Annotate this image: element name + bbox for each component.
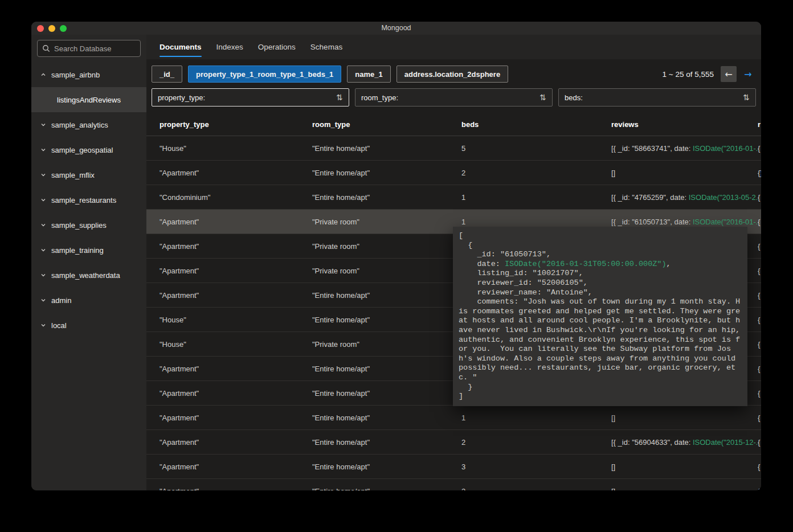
cell-clipped: {} bbox=[758, 169, 761, 177]
table-row[interactable]: "Apartment""Entire home/apt"2[]{} bbox=[146, 161, 761, 185]
cell-room-type: "Entire home/apt" bbox=[312, 463, 461, 471]
table-row[interactable]: "Apartment""Entire home/apt"2[]{ bbox=[146, 479, 761, 490]
cell-clipped: { bbox=[758, 267, 761, 275]
sidebar-item-sample_supplies[interactable]: sample_supplies bbox=[31, 212, 146, 238]
cell-property-type: "Apartment" bbox=[146, 438, 312, 447]
table-header: property_type room_type beds reviews r bbox=[146, 113, 761, 136]
cell-beds: 1 bbox=[461, 193, 611, 202]
sidebar-item-label: sample_geospatial bbox=[51, 146, 113, 154]
sidebar-item-sample_mflix[interactable]: sample_mflix bbox=[31, 162, 146, 187]
cell-property-type: "House" bbox=[146, 144, 312, 153]
index-chip-property-type-room-type-beds[interactable]: property_type_1_room_type_1_beds_1 bbox=[188, 66, 341, 83]
cell-room-type: "Entire home/apt" bbox=[312, 414, 461, 422]
cell-clipped: { bbox=[758, 365, 761, 373]
app-window: Mongood Search Database sample_airbnb li… bbox=[31, 22, 761, 490]
prev-page-button[interactable]: ← bbox=[721, 66, 737, 82]
cell-room-type: "Entire home/apt" bbox=[312, 438, 461, 447]
cell-property-type: "Apartment" bbox=[146, 218, 312, 226]
sidebar-item-label: sample_airbnb bbox=[51, 71, 100, 79]
sidebar-item-sample_airbnb[interactable]: sample_airbnb bbox=[31, 62, 146, 87]
chevron-down-icon bbox=[40, 322, 46, 328]
cell-clipped: { bbox=[758, 144, 761, 153]
filter-input-room-type[interactable]: room_type: ⇅ bbox=[355, 88, 553, 107]
filter-input-property-type[interactable]: property_type: ⇅ bbox=[152, 88, 349, 107]
cell-property-type: "Apartment" bbox=[146, 169, 312, 177]
cell-reviews: [] bbox=[611, 169, 758, 177]
filter-input-beds[interactable]: beds: ⇅ bbox=[558, 88, 756, 107]
sidebar-item-label: sample_restaurants bbox=[51, 196, 116, 204]
index-chip-address-location-2dsphere[interactable]: address.location_2dsphere bbox=[396, 66, 508, 83]
cell-room-type: "Entire home/apt" bbox=[312, 193, 461, 202]
tab-documents[interactable]: Documents bbox=[155, 35, 206, 59]
sidebar-item-label: sample_analytics bbox=[51, 121, 108, 129]
cell-room-type: "Private room" bbox=[312, 267, 461, 275]
cell-reviews: [{ _id: "61050713", date: ISODate("2016-… bbox=[611, 218, 758, 226]
filter-label: property_type: bbox=[158, 93, 205, 102]
cell-reviews: [{ _id: "56904633", date: ISODate("2015-… bbox=[611, 438, 758, 447]
index-chip-id[interactable]: _id_ bbox=[152, 66, 182, 83]
table-row[interactable]: "Apartment""Entire home/apt"2[{ _id: "56… bbox=[146, 430, 761, 455]
filter-label: beds: bbox=[565, 93, 583, 102]
chevron-down-icon bbox=[40, 122, 46, 128]
tab-operations[interactable]: Operations bbox=[254, 35, 300, 59]
sidebar-item-sample_analytics[interactable]: sample_analytics bbox=[31, 112, 146, 137]
cell-beds: 1 bbox=[461, 414, 611, 422]
sidebar-item-sample_geospatial[interactable]: sample_geospatial bbox=[31, 137, 146, 162]
column-header-room-type: room_type bbox=[312, 120, 461, 129]
tab-schemas[interactable]: Schemas bbox=[306, 35, 347, 59]
tab-label: Operations bbox=[258, 43, 296, 51]
cell-room-type: "Private room" bbox=[312, 218, 461, 226]
cell-property-type: "Apartment" bbox=[146, 242, 312, 251]
cell-reviews: [{ _id: "4765259", date: ISODate("2013-0… bbox=[611, 193, 758, 202]
sidebar-item-sample_weatherdata[interactable]: sample_weatherdata bbox=[31, 263, 146, 288]
pagination-range: 1 ~ 25 of 5,555 bbox=[663, 70, 714, 79]
table-row[interactable]: "Apartment""Entire home/apt"1[]{ bbox=[146, 406, 761, 430]
cell-property-type: "Apartment" bbox=[146, 487, 312, 491]
search-input[interactable]: Search Database bbox=[37, 40, 141, 57]
sidebar-item-listingsAndReviews[interactable]: listingsAndReviews bbox=[31, 87, 146, 112]
cell-property-type: "Condominium" bbox=[146, 193, 312, 202]
sidebar-item-admin[interactable]: admin bbox=[31, 288, 146, 313]
arrow-right-icon: → bbox=[744, 69, 751, 80]
cell-reviews: [{ _id: "58663741", date: ISODate("2016-… bbox=[611, 144, 758, 153]
cell-property-type: "Apartment" bbox=[146, 414, 312, 422]
column-header-property-type: property_type bbox=[146, 120, 312, 129]
cell-beds: 5 bbox=[461, 144, 611, 153]
cell-beds: 3 bbox=[461, 463, 611, 471]
index-chips-row: _id_ property_type_1_room_type_1_beds_1 … bbox=[146, 59, 761, 83]
filter-label: room_type: bbox=[361, 93, 398, 102]
sidebar-item-local[interactable]: local bbox=[31, 313, 146, 338]
tab-bar: Documents Indexes Operations Schemas bbox=[146, 35, 761, 59]
table-row[interactable]: "Apartment""Entire home/apt"3[]{ bbox=[146, 455, 761, 479]
next-page-button[interactable]: → bbox=[740, 66, 756, 82]
cell-reviews: [] bbox=[611, 414, 758, 422]
tooltip-content: [ { _id: "61050713", date: ISODate("2016… bbox=[459, 231, 742, 402]
cell-room-type: "Entire home/apt" bbox=[312, 389, 461, 398]
chevron-up-icon bbox=[40, 72, 46, 77]
cell-property-type: "House" bbox=[146, 316, 312, 324]
sidebar-item-label: sample_mflix bbox=[51, 171, 95, 179]
cell-beds: 2 bbox=[461, 438, 611, 447]
tab-label: Documents bbox=[160, 43, 202, 51]
index-chip-name[interactable]: name_1 bbox=[347, 66, 390, 83]
sidebar-item-sample_restaurants[interactable]: sample_restaurants bbox=[31, 187, 146, 212]
tab-label: Schemas bbox=[310, 43, 342, 51]
table-row[interactable]: "House""Entire home/apt"5[{ _id: "586637… bbox=[146, 136, 761, 161]
sidebar-item-sample_training[interactable]: sample_training bbox=[31, 238, 146, 263]
cell-property-type: "Apartment" bbox=[146, 463, 312, 471]
table-row[interactable]: "Condominium""Entire home/apt"1[{ _id: "… bbox=[146, 185, 761, 210]
cell-clipped: { bbox=[758, 389, 761, 398]
sort-toggle-icon[interactable]: ⇅ bbox=[336, 93, 343, 102]
chevron-down-icon bbox=[40, 247, 46, 253]
sort-toggle-icon[interactable]: ⇅ bbox=[539, 93, 546, 102]
pagination: 1 ~ 25 of 5,555 ← → bbox=[663, 66, 756, 82]
tab-indexes[interactable]: Indexes bbox=[212, 35, 248, 59]
sidebar-item-label: admin bbox=[51, 296, 71, 305]
arrow-left-icon: ← bbox=[725, 69, 732, 80]
sort-toggle-icon[interactable]: ⇅ bbox=[743, 93, 750, 102]
cell-room-type: "Entire home/apt" bbox=[312, 487, 461, 491]
cell-beds: 2 bbox=[461, 169, 611, 177]
cell-property-type: "Apartment" bbox=[146, 291, 312, 300]
tab-label: Indexes bbox=[216, 43, 243, 51]
cell-room-type: "Entire home/apt" bbox=[312, 365, 461, 373]
